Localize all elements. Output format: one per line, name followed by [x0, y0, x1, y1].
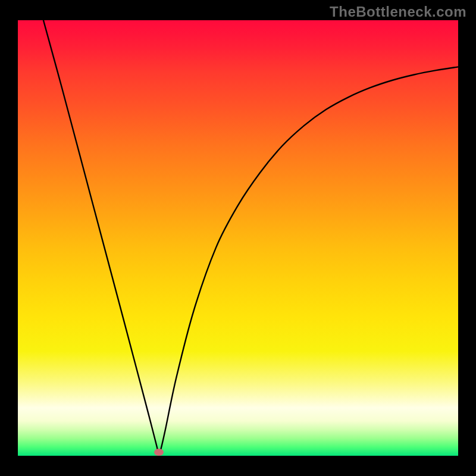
plot-area: [18, 20, 458, 456]
bottleneck-curve: [43, 20, 458, 454]
curve-svg: [18, 20, 458, 456]
chart-frame: TheBottleneck.com: [0, 0, 476, 476]
watermark-text: TheBottleneck.com: [330, 4, 466, 20]
optimum-marker: [154, 449, 164, 456]
